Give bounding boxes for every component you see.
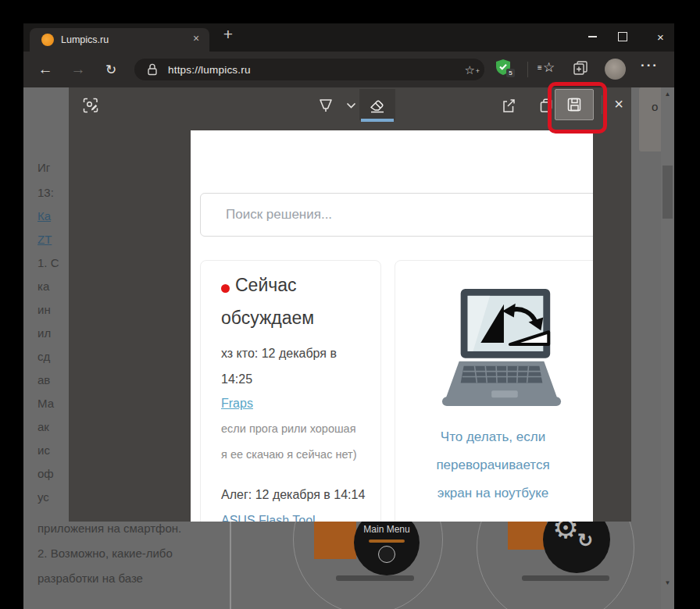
captured-page-preview: Поиск решения... Сейчас обсуждаем хз кто… bbox=[191, 130, 593, 522]
profile-avatar[interactable] bbox=[605, 59, 626, 80]
erase-button-selected[interactable] bbox=[359, 89, 395, 120]
tab-strip: Lumpics.ru × + × bbox=[23, 23, 674, 52]
dimmed-text-line: 13: bbox=[38, 186, 54, 199]
tab-close-icon[interactable]: × bbox=[188, 32, 205, 48]
article-link-line1: Что делать, если bbox=[395, 429, 591, 445]
tab-title: Lumpics.ru bbox=[61, 34, 109, 45]
dimmed-text-line: ак bbox=[38, 420, 49, 433]
red-highlight-annotation bbox=[548, 82, 607, 134]
lock-icon bbox=[146, 62, 159, 77]
maximize-button[interactable] bbox=[608, 23, 637, 50]
settings-menu-button[interactable]: ··· bbox=[641, 58, 659, 73]
dimmed-text-line: сд bbox=[38, 350, 50, 363]
web-capture-overlay: × Поиск решения... Сейчас обсуждаем хз к… bbox=[69, 87, 631, 522]
post-link-asus: ASUS Flash Tool bbox=[221, 514, 316, 522]
extension-badge: 5 bbox=[506, 69, 515, 77]
post-meta: 14:25 bbox=[221, 372, 252, 386]
star-icon: ☆ bbox=[465, 63, 475, 77]
favorites-button[interactable]: ≡ ☆ bbox=[538, 59, 559, 80]
share-button[interactable] bbox=[498, 95, 519, 116]
main-menu-label: Main Menu bbox=[354, 524, 420, 535]
post-meta: хз кто: 12 декабря в bbox=[221, 347, 337, 361]
main-menu-subtext bbox=[369, 540, 405, 543]
plus-icon: + bbox=[476, 66, 480, 77]
dimmed-caption bbox=[336, 575, 414, 581]
eraser-icon bbox=[369, 96, 386, 113]
refresh-button[interactable]: ↻ bbox=[100, 59, 122, 80]
dimmed-text-line: приложения на смартфон. bbox=[38, 522, 181, 535]
sync-icon: ↻ bbox=[577, 529, 593, 551]
minimize-button[interactable] bbox=[578, 23, 607, 50]
pen-options-dropdown[interactable] bbox=[341, 95, 361, 116]
dimmed-text-line: разработки на базе bbox=[38, 572, 143, 585]
url-text: https://lumpics.ru bbox=[168, 64, 251, 76]
discussion-card: Сейчас обсуждаем хз кто: 12 декабря в 14… bbox=[200, 260, 381, 522]
collections-button[interactable] bbox=[572, 59, 591, 78]
card-title-line1: Сейчас bbox=[235, 275, 297, 296]
minimize-icon bbox=[588, 36, 597, 37]
dimmed-text-line: ка bbox=[38, 280, 49, 293]
dimmed-text-line: оф bbox=[38, 467, 54, 480]
dimmed-caption bbox=[522, 575, 609, 581]
dimmed-text-line: ин bbox=[38, 303, 51, 316]
tab-lumpics[interactable]: Lumpics.ru × bbox=[30, 28, 209, 52]
share-icon bbox=[500, 97, 517, 114]
page-area: Иг 13: Ка ZT 1. С ка ин ил сд ав Ма ак и… bbox=[23, 87, 674, 609]
back-button[interactable]: ← bbox=[34, 59, 56, 80]
scrollbar-thumb[interactable] bbox=[662, 166, 673, 219]
star-icon: ☆ bbox=[543, 59, 555, 76]
browser-window: Lumpics.ru × + × ← → ↻ https://lumpics.r… bbox=[23, 23, 674, 586]
search-input: Поиск решения... bbox=[200, 193, 593, 237]
dimmed-text-line: ис bbox=[38, 443, 50, 457]
dimmed-side-panel bbox=[639, 87, 662, 151]
selected-tool-indicator bbox=[361, 119, 394, 122]
dimmed-column-divider bbox=[230, 522, 231, 609]
pen-icon bbox=[317, 97, 334, 114]
article-link-line3: экран на ноутбуке bbox=[395, 486, 591, 501]
main-menu-mini-icon bbox=[378, 546, 395, 563]
article-link-line2: переворачивается bbox=[395, 458, 591, 473]
dimmed-text-line: 1. С bbox=[38, 256, 59, 269]
new-tab-button[interactable]: + bbox=[217, 25, 239, 48]
card-title-line2: обсуждаем bbox=[221, 308, 314, 329]
dimmed-text-line: ав bbox=[38, 373, 50, 386]
address-bar[interactable]: https://lumpics.ru ☆+ bbox=[134, 59, 484, 80]
menu-lines-icon: ≡ bbox=[538, 63, 542, 72]
scroll-up-icon[interactable]: ▲ bbox=[661, 91, 674, 98]
dimmed-link: ZT bbox=[38, 233, 52, 246]
red-dot-icon bbox=[221, 284, 230, 293]
page-scrollbar[interactable]: ▲ ▼ bbox=[661, 87, 674, 609]
search-placeholder: Поиск решения... bbox=[226, 207, 332, 223]
web-capture-button[interactable] bbox=[80, 95, 101, 116]
window-close-button[interactable]: × bbox=[646, 23, 675, 50]
capture-close-button[interactable]: × bbox=[608, 93, 630, 115]
dimmed-text-line: 2. Возможно, какие-либо bbox=[38, 547, 173, 560]
dimmed-text-line: Ма bbox=[38, 397, 54, 410]
screenshot-stage: Lumpics.ru × + × ← → ↻ https://lumpics.r… bbox=[0, 0, 700, 609]
draw-pen-button[interactable] bbox=[316, 95, 336, 116]
extension-shield-button[interactable]: 5 bbox=[495, 59, 517, 80]
web-capture-icon bbox=[81, 96, 100, 115]
dimmed-text-line: ил bbox=[38, 326, 51, 340]
post-link-fraps: Fraps bbox=[221, 397, 253, 411]
laptop-rotate-illustration bbox=[436, 286, 567, 409]
add-favorite-button[interactable]: ☆+ bbox=[465, 64, 475, 76]
collections-icon bbox=[572, 59, 589, 77]
post-meta: Алег: 12 декабря в 14:14 bbox=[221, 488, 365, 502]
toolbar-separator bbox=[527, 62, 528, 77]
dimmed-link: Ка bbox=[38, 209, 51, 223]
maximize-icon bbox=[618, 32, 627, 41]
dimmed-side-letter: о bbox=[652, 100, 658, 113]
dimmed-text-line: ус bbox=[38, 490, 49, 504]
post-text: я ее скачаю я сейчас нет) bbox=[221, 448, 356, 461]
chevron-down-icon bbox=[346, 102, 356, 109]
post-text: если прога рили хорошая bbox=[221, 422, 356, 435]
dimmed-text-line: Иг bbox=[38, 161, 50, 174]
scroll-down-icon[interactable]: ▼ bbox=[661, 579, 674, 586]
article-card: Что делать, если переворачивается экран … bbox=[395, 260, 593, 522]
site-favicon-icon bbox=[41, 34, 54, 46]
forward-button[interactable]: → bbox=[67, 59, 89, 80]
